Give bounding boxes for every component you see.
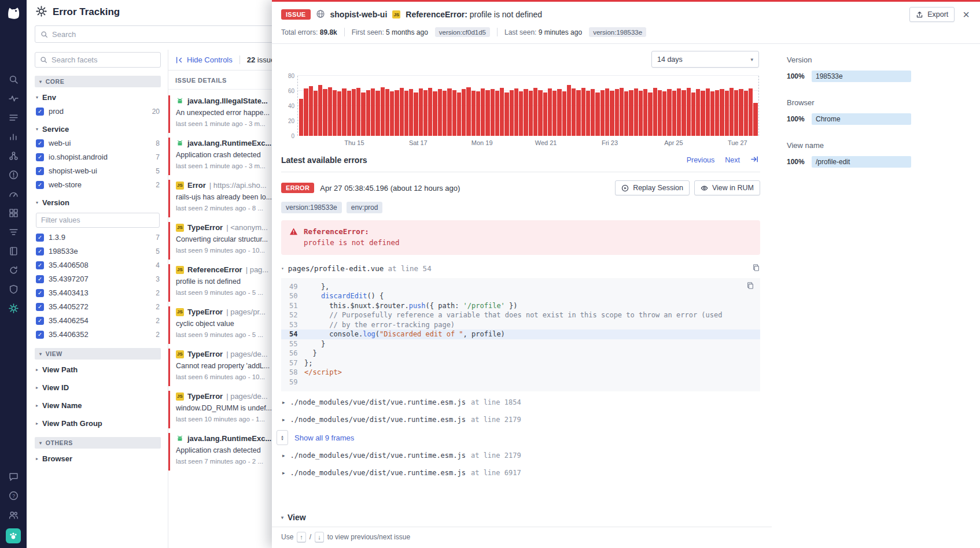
facet-value-row[interactable]: 100%/profile-edit (787, 156, 911, 168)
x-tick-label: Sat 17 (409, 139, 428, 146)
incidents-icon[interactable] (8, 169, 19, 180)
time-range-dropdown[interactable]: 14 days ▾ (651, 51, 759, 68)
facet-item-35-4406508[interactable]: ✓35.44065084 (36, 261, 160, 269)
facet-section-header-core[interactable]: ▾CORE (35, 76, 161, 87)
pipelines-icon[interactable] (8, 227, 19, 237)
ci-icon[interactable] (8, 265, 19, 275)
stack-frame-header[interactable]: ▾ pages/profile-edit.vue at line 54 (281, 264, 760, 273)
frame-file: pages/profile-edit.vue (288, 264, 384, 273)
datadog-logo-icon[interactable] (5, 5, 21, 21)
facet-group-toggle-env[interactable]: ▾Env (36, 93, 160, 102)
facet-checkbox[interactable]: ✓ (36, 317, 44, 325)
version-filter-input[interactable] (36, 213, 160, 228)
security-icon[interactable] (8, 284, 19, 294)
facet-checkbox[interactable]: ✓ (36, 153, 44, 161)
apm-icon[interactable] (8, 188, 19, 199)
hide-controls-button[interactable]: Hide Controls (175, 55, 233, 64)
watchdog-icon[interactable] (8, 93, 19, 103)
facet-item-35-4397207[interactable]: ✓35.43972073 (36, 275, 160, 283)
issue-card-path: | pages/pr... (226, 308, 266, 316)
first-seen-version-tag[interactable]: version:cf0d1d5 (435, 27, 490, 37)
chart-plot[interactable] (297, 76, 759, 136)
facet-checkbox[interactable]: ✓ (36, 234, 44, 242)
facet-checkbox[interactable]: ✓ (36, 331, 44, 339)
facet-checkbox[interactable]: ✓ (36, 139, 44, 147)
facet-item-1-3-9[interactable]: ✓1.3.97 (36, 233, 160, 242)
facet-section-header-others[interactable]: ▾OTHERS (35, 437, 161, 449)
chart-bar (720, 89, 724, 136)
logs-icon[interactable] (8, 112, 19, 123)
export-button[interactable]: Export (909, 7, 955, 22)
facet-checkbox[interactable]: ✓ (36, 167, 44, 175)
facet-item-35-4405272[interactable]: ✓35.44052722 (36, 302, 160, 311)
facet-checkbox[interactable]: ✓ (36, 275, 44, 283)
error-tracking-nav-icon[interactable] (8, 303, 19, 313)
stack-frame[interactable]: ▸./node_modules/vue/dist/vue.runtime.esm… (281, 394, 760, 411)
facet-group-service: ▾Service✓web-ui8✓io.shopist.android7✓sho… (36, 125, 160, 189)
error-instance-header: ERROR Apr 27 05:38:45.196 (about 12 hour… (281, 180, 760, 195)
facet-search-wrap[interactable] (35, 52, 161, 68)
close-icon[interactable]: × (963, 9, 970, 20)
facet-item-prod[interactable]: ✓prod20 (36, 107, 160, 116)
facet-item-35-4406254[interactable]: ✓35.44062542 (36, 316, 160, 325)
users-icon[interactable] (8, 509, 19, 520)
facet-group-toggle-view-path-group[interactable]: ▸View Path Group (36, 419, 160, 428)
facet-checkbox[interactable]: ✓ (36, 247, 44, 256)
service-map-icon[interactable] (8, 150, 19, 161)
facet-item-io-shopist-android[interactable]: ✓io.shopist.android7 (36, 153, 160, 161)
previous-link[interactable]: Previous (687, 156, 715, 164)
notebooks-icon[interactable] (8, 246, 19, 256)
stack-frame[interactable]: ▸./node_modules/vue/dist/vue.runtime.esm… (281, 464, 760, 482)
chart-bar (466, 87, 470, 136)
search-icon[interactable] (8, 74, 19, 84)
chart-bar (572, 88, 576, 136)
datadog-bits-icon[interactable] (6, 528, 21, 543)
stack-frame[interactable]: ▸./node_modules/vue/dist/vue.runtime.esm… (281, 411, 760, 428)
facet-checkbox[interactable]: ✓ (36, 303, 44, 311)
facet-search-input[interactable] (51, 55, 156, 64)
search-input[interactable] (52, 30, 271, 39)
next-link[interactable]: Next (725, 156, 740, 164)
frame-line: at line 2179 (471, 416, 521, 424)
eye-icon (701, 184, 708, 192)
last-seen-version-tag[interactable]: version:198533e (589, 27, 646, 37)
facet-section-header-view[interactable]: ▾VIEW (35, 348, 161, 360)
help-icon[interactable]: ? (8, 490, 19, 501)
view-in-rum-button[interactable]: View in RUM (694, 180, 760, 195)
facet-checkbox[interactable]: ✓ (36, 108, 44, 116)
facet-item-198533e[interactable]: ✓198533e5 (36, 247, 160, 256)
facet-group-toggle-service[interactable]: ▾Service (36, 125, 160, 134)
facet-group-toggle-view-name[interactable]: ▸View Name (36, 401, 160, 410)
facet-group-toggle-version[interactable]: ▾Version (36, 198, 160, 207)
facet-checkbox[interactable]: ✓ (36, 181, 44, 189)
chart-bar (471, 91, 476, 136)
facet-item-35-4406352[interactable]: ✓35.44063522 (36, 330, 160, 339)
env-tag[interactable]: env:prod (347, 202, 383, 213)
facet-value-row[interactable]: 100%Chrome (787, 113, 911, 125)
facet-group-toggle-view-path[interactable]: ▸View Path (36, 365, 160, 374)
view-section-header[interactable]: ▾ View (281, 510, 760, 523)
facet-item-web-store[interactable]: ✓web-store2 (36, 180, 160, 189)
replay-session-button[interactable]: Replay Session (615, 180, 690, 195)
search-input-wrap[interactable] (35, 25, 277, 43)
integrations-icon[interactable] (8, 208, 19, 218)
copy-icon[interactable] (746, 282, 754, 292)
skip-to-latest-icon[interactable] (750, 155, 759, 165)
nav-bottom-group: ? (6, 471, 21, 543)
version-tag[interactable]: version:198533e (281, 202, 342, 213)
stack-frame[interactable]: ▸./node_modules/vue/dist/vue.runtime.esm… (281, 447, 760, 464)
chat-icon[interactable] (8, 471, 19, 482)
facet-item-shopist-web-ui[interactable]: ✓shopist-web-ui5 (36, 166, 160, 175)
show-all-frames-link[interactable]: Show all 9 frames (294, 434, 354, 442)
facet-checkbox[interactable]: ✓ (36, 261, 44, 269)
facet-value-row[interactable]: 100%198533e (787, 71, 911, 82)
copy-icon[interactable] (752, 264, 760, 273)
facet-item-web-ui[interactable]: ✓web-ui8 (36, 139, 160, 147)
facet-checkbox[interactable]: ✓ (36, 289, 44, 297)
facet-group-toggle-browser[interactable]: ▸Browser (36, 454, 160, 463)
metrics-icon[interactable] (8, 131, 19, 142)
line-number: 51 (289, 301, 304, 311)
expand-frames-button[interactable]: ▴▾ (277, 430, 288, 445)
facet-group-toggle-view-id[interactable]: ▸View ID (36, 383, 160, 392)
facet-item-35-4403413[interactable]: ✓35.44034132 (36, 288, 160, 297)
